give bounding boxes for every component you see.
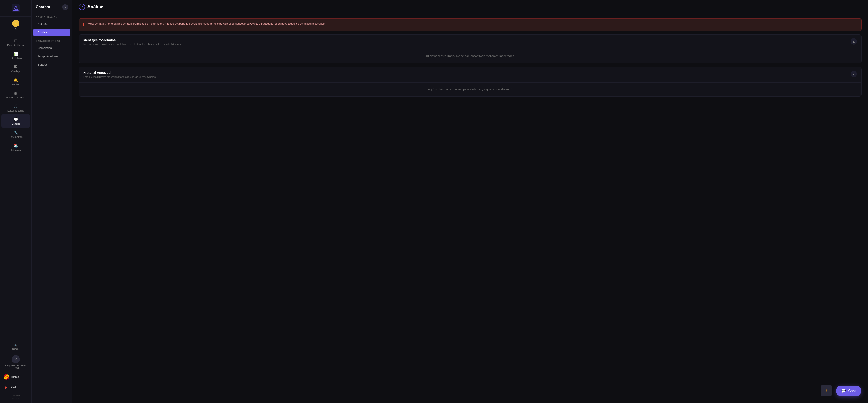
mensajes-moderados-body: Tu historial está limpio. No se han enco… [79, 49, 862, 63]
chatbot-nav-item-analisis[interactable]: Análisis [33, 29, 70, 36]
sidebar-item-label-tutoriales: Tutoriales [11, 149, 21, 152]
chatbot-nav-header: Chatbot ◀ [32, 0, 72, 13]
mensajes-moderados-title: Mensajes moderados [84, 38, 182, 42]
sidebar-item-tutoriales[interactable]: 📚 Tutoriales [0, 141, 31, 154]
sidebar-item-alertas[interactable]: 🔔 Alertas [0, 75, 31, 88]
main-header: ? Análisis [72, 0, 868, 14]
panel-control-icon: ⊞ [13, 38, 18, 43]
chatbot-nav-title: Chatbot [36, 5, 50, 9]
search-label: Buscar [12, 348, 19, 350]
sidebar-item-elementos-stream[interactable]: ▦ Elementos del strea… [0, 88, 31, 102]
chatbot-nav-item-comandos[interactable]: Comandos [33, 44, 70, 52]
config-section-label: CONFIGURACIÓN [32, 13, 72, 20]
sidebar-item-panel-control[interactable]: ⊞ Panel de Control [0, 36, 31, 49]
chatbot-nav-item-sorteos[interactable]: Sorteos [33, 61, 70, 68]
mensajes-moderados-toggle[interactable]: ▲ [850, 38, 857, 45]
chatbot-icon: 💬 [13, 117, 18, 122]
score-circle: ⭐ [12, 20, 20, 27]
sidebar-item-estadisticas[interactable]: 📊 Estadísticas [0, 49, 31, 62]
historial-automod-header[interactable]: Historial AutoMod Este gráfico muestra m… [79, 67, 862, 82]
faq-circle-icon: ? [12, 355, 20, 364]
chat-fab-button[interactable]: 💬 Chat [836, 385, 861, 396]
sidebar-item-chatbot[interactable]: 💬 Chatbot [1, 115, 30, 127]
score-icon: ⭐ [14, 22, 17, 25]
sidebar-bottom: 🔍 Buscar ? Preguntas frecuentes (FAQ) 🇪🇸… [0, 340, 31, 403]
language-label: Idioma [11, 375, 19, 379]
sidebar-item-label-estadisticas: Estadísticas [10, 57, 22, 60]
own3d-logo [12, 4, 20, 12]
historial-automod-title: Historial AutoMod [84, 71, 159, 75]
profile-button[interactable]: ▶ Perfil [0, 383, 31, 392]
page-icon-symbol: ? [81, 5, 83, 8]
estadisticas-icon: 📊 [13, 51, 18, 56]
profile-label: Perfil [11, 386, 17, 389]
sidebar-item-overlays[interactable]: 🖼 Overlays [0, 62, 31, 75]
epidemic-sound-icon: 🎵 [13, 104, 18, 109]
historial-automod-toggle[interactable]: ▲ [850, 71, 857, 77]
profile-icon: ▶ [4, 385, 9, 390]
warning-banner: ℹ Aviso: por favor, no te olvides de dar… [79, 18, 862, 31]
version-info: v54a35af ID: 172 [10, 393, 22, 401]
historial-automod-card: Historial AutoMod Este gráfico muestra m… [79, 67, 862, 97]
sidebar-item-label-elementos: Elementos del strea… [4, 96, 27, 99]
alertas-icon: 🔔 [13, 77, 18, 82]
main-content: ? Análisis ℹ Aviso: por favor, no te olv… [72, 0, 868, 403]
faq-label: Preguntas frecuentes (FAQ) [2, 364, 30, 369]
features-section-label: CARACTERÍSTICAS [32, 37, 72, 44]
sidebar-item-label-alertas: Alertas [12, 83, 19, 86]
alert-fab-button[interactable]: ⚠ [821, 385, 832, 396]
chatbot-nav-item-temporizadores[interactable]: Temporizadores [33, 52, 70, 60]
page-icon: ? [79, 4, 85, 10]
sidebar-item-herramientas[interactable]: 🔧 Herramientas [0, 127, 31, 141]
score-value: 0 [15, 28, 16, 31]
herramientas-icon: 🔧 [13, 130, 18, 135]
collapse-button[interactable]: ◀ [62, 4, 68, 10]
language-selector[interactable]: 🇪🇸 Idioma [0, 372, 31, 381]
mensajes-moderados-header[interactable]: Mensajes moderados Mensajes interceptado… [79, 35, 862, 49]
sidebar-item-label-panel-control: Panel de Control [7, 44, 24, 47]
main-body: ℹ Aviso: por favor, no te olvides de dar… [72, 14, 868, 403]
version-number: v54a35af [11, 394, 20, 397]
mensajes-moderados-subtitle: Mensajes interceptados por el AutoMod. E… [84, 43, 182, 46]
tutoriales-icon: 📚 [13, 143, 18, 148]
logo-container [0, 0, 31, 17]
historial-automod-subtitle: Este gráfico muestra mensajes moderados … [84, 75, 159, 79]
sidebar: ⭐ 0 ⊞ Panel de Control 📊 Estadísticas 🖼 … [0, 0, 32, 403]
historial-automod-empty-text: Aquí no hay nada que ver, pasa de largo … [428, 88, 513, 91]
chat-fab-icon: 💬 [841, 389, 846, 393]
chatbot-nav-item-automod[interactable]: AutoMod [33, 20, 70, 28]
historial-automod-body: Aquí no hay nada que ver, pasa de largo … [79, 82, 862, 96]
search-button[interactable]: 🔍 Buscar [10, 343, 21, 352]
score-section: ⭐ 0 [0, 17, 31, 34]
chat-fab-label: Chat [848, 389, 856, 393]
card-header-info-historial: Historial AutoMod Este gráfico muestra m… [84, 71, 159, 79]
mensajes-moderados-card: Mensajes moderados Mensajes interceptado… [79, 34, 862, 63]
sidebar-item-label-epidemic: Epidemic Sound [7, 110, 24, 112]
card-header-info-mensajes: Mensajes moderados Mensajes interceptado… [84, 38, 182, 46]
alert-fab-icon: ⚠ [825, 388, 828, 393]
sidebar-nav: ⊞ Panel de Control 📊 Estadísticas 🖼 Over… [0, 34, 31, 340]
overlays-icon: 🖼 [13, 64, 18, 69]
elementos-stream-icon: ▦ [13, 90, 18, 95]
flag-icon: 🇪🇸 [4, 374, 9, 380]
warning-icon: ℹ [83, 22, 84, 27]
sidebar-item-label-overlays: Overlays [11, 70, 20, 73]
sidebar-item-label-herramientas: Herramientas [9, 136, 22, 139]
page-title: Análisis [87, 4, 105, 9]
sidebar-item-label-chatbot: Chatbot [12, 123, 20, 125]
user-id: ID: 172 [11, 397, 20, 400]
search-icon: 🔍 [14, 344, 17, 347]
mensajes-moderados-empty-text: Tu historial está limpio. No se han enco… [426, 54, 515, 58]
faq-button[interactable]: ? Preguntas frecuentes (FAQ) [0, 353, 31, 371]
chatbot-nav-panel: Chatbot ◀ CONFIGURACIÓN AutoMod Análisis… [32, 0, 72, 403]
sidebar-item-epidemic-sound[interactable]: 🎵 Epidemic Sound [0, 102, 31, 115]
warning-text: Aviso: por favor, no te olvides de darle… [87, 22, 325, 26]
